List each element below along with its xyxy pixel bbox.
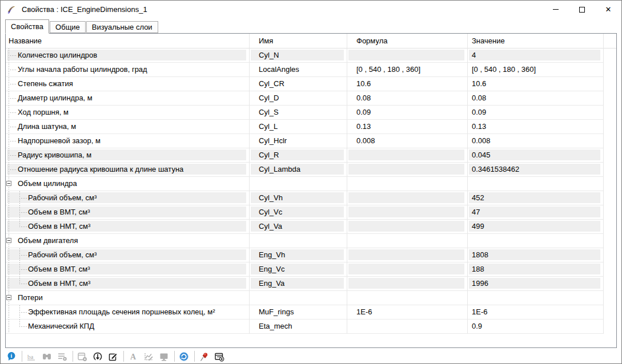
cell-var[interactable] (250, 234, 347, 248)
cell-name[interactable]: Углы начала работы цилиндров, град (6, 63, 250, 77)
cell-value[interactable]: 1996 (468, 277, 604, 291)
tab-visual-layers[interactable]: Визуальные слои (86, 21, 158, 33)
cell-var[interactable]: LocalAngles (250, 63, 347, 77)
cell-var[interactable]: Eta_mech (250, 319, 347, 334)
cell-formula[interactable] (347, 177, 468, 191)
cell-var[interactable]: Cyl_S (250, 106, 347, 120)
cell-var[interactable]: Cyl_L (250, 120, 347, 134)
maximize-button[interactable] (569, 1, 595, 18)
column-header-formula[interactable]: Формула (347, 34, 468, 48)
toolbar-refresh-icon[interactable] (178, 351, 190, 362)
cell-formula[interactable] (347, 191, 468, 205)
cell-name[interactable]: Объем в ВМТ, см³ (6, 205, 250, 220)
tab-general[interactable]: Общие (50, 21, 86, 33)
cell-formula[interactable] (347, 163, 468, 177)
cell-name[interactable]: Эффективная площадь сечения поршневых ко… (6, 305, 250, 319)
cell-formula[interactable]: [0 , 540 , 180 , 360] (347, 63, 468, 77)
cell-value[interactable]: 0.09 (468, 106, 604, 120)
cell-value[interactable] (468, 177, 604, 191)
cell-name[interactable]: Количество цилиндров (6, 48, 250, 63)
toolbar-info-icon[interactable]: i (6, 351, 17, 362)
cell-formula[interactable] (347, 148, 468, 163)
cell-var[interactable]: Eng_Va (250, 277, 347, 291)
cell-var[interactable]: Cyl_N (250, 48, 347, 63)
cell-formula[interactable]: 0.08 (347, 91, 468, 106)
cell-value[interactable]: 10.6 (468, 77, 604, 91)
cell-var-text: Cyl_N (250, 48, 347, 62)
cell-var[interactable] (250, 177, 347, 191)
cell-name[interactable]: Рабочий объем, см³ (6, 248, 250, 262)
cell-var[interactable]: Cyl_Vh (250, 191, 347, 205)
column-header-name[interactable]: Название (6, 34, 250, 48)
cell-value[interactable]: 0.045 (468, 148, 604, 163)
cell-name[interactable]: Объем в ВМТ, см³ (6, 262, 250, 277)
toolbar-export-download-icon[interactable] (92, 351, 103, 362)
cell-name[interactable]: Объем в НМТ, см³ (6, 220, 250, 234)
cell-name[interactable]: Степень сжатия (6, 77, 250, 91)
column-header-var[interactable]: Имя (250, 34, 347, 48)
cell-var-text: Cyl_Vc (250, 205, 347, 219)
cell-formula[interactable]: 0.008 (347, 134, 468, 148)
cell-name[interactable]: Объем двигателя (6, 234, 250, 248)
cell-var[interactable]: Eng_Vh (250, 248, 347, 262)
cell-name[interactable]: Длина шатуна, м (6, 120, 250, 134)
cell-name[interactable]: Объем в НМТ, см³ (6, 277, 250, 291)
cell-value[interactable] (468, 234, 604, 248)
cell-formula[interactable] (347, 248, 468, 262)
cell-var[interactable]: Cyl_D (250, 91, 347, 106)
cell-var[interactable]: MuF_rings (250, 305, 347, 319)
cell-name[interactable]: Диаметр цилиндра, м (6, 91, 250, 106)
cell-value[interactable]: 0.9 (468, 319, 604, 334)
cell-value[interactable]: 47 (468, 205, 604, 220)
cell-value[interactable]: 0.008 (468, 134, 604, 148)
cell-formula[interactable]: 0.13 (347, 120, 468, 134)
cell-var[interactable]: Cyl_Vc (250, 205, 347, 220)
cell-formula[interactable] (347, 205, 468, 220)
cell-formula[interactable] (347, 220, 468, 234)
cell-var[interactable]: Cyl_Lambda (250, 163, 347, 177)
toolbar-edit-note-icon[interactable] (107, 351, 119, 362)
cell-value[interactable]: 4 (468, 48, 604, 63)
cell-var[interactable]: Cyl_CR (250, 77, 347, 91)
cell-value[interactable]: 1808 (468, 248, 604, 262)
cell-value[interactable]: 1E-6 (468, 305, 604, 319)
cell-value[interactable]: 0.3461538462 (468, 163, 604, 177)
cell-value[interactable]: 188 (468, 262, 604, 277)
cell-name[interactable]: Рабочий объем, см³ (6, 191, 250, 205)
cell-value[interactable]: 0.13 (468, 120, 604, 134)
cell-var[interactable]: Eng_Vc (250, 262, 347, 277)
cell-name[interactable]: Механический КПД (6, 319, 250, 334)
cell-name[interactable]: Отношение радиуса кривошипа к длине шату… (6, 163, 250, 177)
cell-var[interactable] (250, 291, 347, 305)
cell-value[interactable]: 0.08 (468, 91, 604, 106)
cell-formula[interactable] (347, 48, 468, 63)
cell-value-text: 1E-6 (468, 305, 603, 319)
column-header-value[interactable]: Значение (468, 34, 604, 48)
cell-name[interactable]: Радиус кривошипа, м (6, 148, 250, 163)
cell-formula[interactable] (347, 277, 468, 291)
cell-var[interactable]: Cyl_Va (250, 220, 347, 234)
cell-value[interactable]: 452 (468, 191, 604, 205)
minimize-button[interactable] (543, 1, 569, 18)
cell-value[interactable]: [0 , 540 , 180 , 360] (468, 63, 604, 77)
cell-var[interactable]: Cyl_R (250, 148, 347, 163)
toolbar-table-visibility-icon[interactable] (214, 351, 225, 362)
cell-formula[interactable] (347, 319, 468, 334)
cell-value[interactable]: 499 (468, 220, 604, 234)
toolbar-pin-icon[interactable] (198, 351, 210, 362)
cell-value[interactable] (468, 291, 604, 305)
close-button[interactable]: ✕ (595, 1, 621, 18)
cell-formula[interactable]: 10.6 (347, 77, 468, 91)
cell-name[interactable]: Ход поршня, м (6, 106, 250, 120)
cell-formula[interactable] (347, 291, 468, 305)
cell-formula[interactable] (347, 234, 468, 248)
cell-var[interactable]: Cyl_Hclr (250, 134, 347, 148)
cell-name[interactable]: Потери (6, 291, 250, 305)
cell-formula[interactable]: 1E-6 (347, 305, 468, 319)
cell-formula[interactable]: 0.09 (347, 106, 468, 120)
cell-formula[interactable] (347, 262, 468, 277)
property-name: Механический КПД (6, 319, 249, 333)
cell-name[interactable]: Надпоршневой зазор, м (6, 134, 250, 148)
tab-properties[interactable]: Свойства (5, 19, 49, 34)
cell-name[interactable]: Объем цилиндра (6, 177, 250, 191)
